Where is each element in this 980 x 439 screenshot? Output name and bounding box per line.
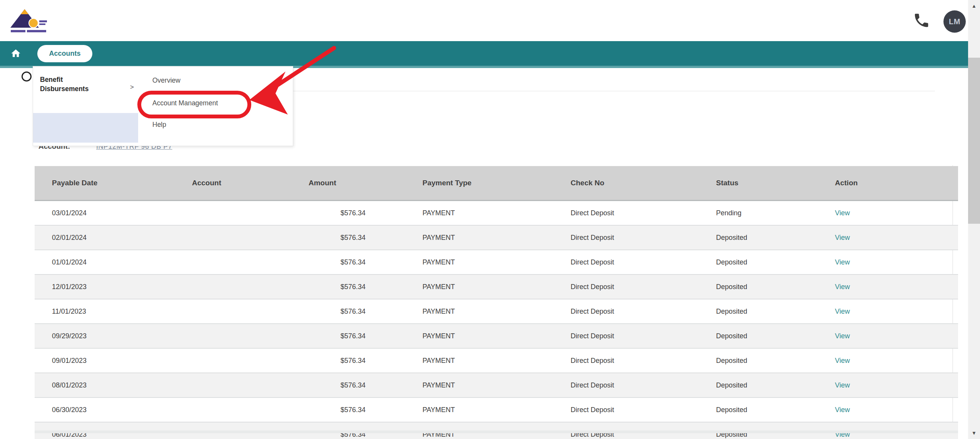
check-no-cell: Direct Deposit <box>564 348 710 373</box>
amount-cell: $576.34 <box>300 299 416 324</box>
status-cell: Deposited <box>710 299 827 324</box>
amount-cell: $576.34 <box>300 373 416 397</box>
card-divider-line <box>292 91 935 91</box>
status-cell: Deposited <box>710 324 827 348</box>
check-no-cell: Direct Deposit <box>564 225 710 250</box>
scrollbar-up-icon[interactable]: ▲ <box>968 3 980 9</box>
amount-cell: $576.34 <box>300 397 416 422</box>
payable-date-cell: 08/01/2023 <box>35 373 185 397</box>
menu-item-benefit-disbursements[interactable]: Benefit Disbursements <box>40 75 88 93</box>
payable-date-cell: 12/01/2023 <box>35 274 185 299</box>
check-no-cell: Direct Deposit <box>564 274 710 299</box>
background-circle-glyph <box>22 72 32 81</box>
chevron-right-icon: > <box>130 83 134 91</box>
col-header-check-no: Check No <box>564 166 710 201</box>
check-no-cell: Direct Deposit <box>564 201 710 226</box>
view-link[interactable]: View <box>835 357 850 364</box>
account-cell <box>185 373 300 397</box>
account-cell <box>185 274 300 299</box>
phone-icon[interactable] <box>913 12 930 29</box>
table-header: Payable Date Account Amount Payment Type… <box>35 166 958 201</box>
menu-item-help[interactable]: Help <box>152 121 166 129</box>
amount-cell: $576.34 <box>300 201 416 226</box>
payments-table: Payable Date Account Amount Payment Type… <box>35 166 958 439</box>
account-cell <box>185 201 300 226</box>
payment-type-cell: PAYMENT <box>416 348 564 373</box>
view-link[interactable]: View <box>835 258 850 266</box>
payable-date-cell: 09/01/2023 <box>35 348 185 373</box>
payable-date-cell: 06/30/2023 <box>35 397 185 422</box>
nav-item-accounts[interactable]: Accounts <box>37 45 92 62</box>
check-no-cell: Direct Deposit <box>564 373 710 397</box>
view-link[interactable]: View <box>835 332 850 340</box>
check-no-cell: Direct Deposit <box>564 250 710 274</box>
table-row: 09/29/2023 $576.34 PAYMENT Direct Deposi… <box>35 324 958 348</box>
top-bar: LM <box>0 0 980 41</box>
col-header-account: Account <box>185 166 300 201</box>
account-cell <box>185 250 300 274</box>
view-link[interactable]: View <box>835 234 850 241</box>
payment-type-cell: PAYMENT <box>416 299 564 324</box>
payable-date-cell: 01/01/2024 <box>35 250 185 274</box>
payment-type-cell: PAYMENT <box>416 397 564 422</box>
home-icon[interactable] <box>10 48 22 59</box>
col-header-action: Action <box>827 166 958 201</box>
col-header-payable-date: Payable Date <box>35 166 185 201</box>
table-body: 03/01/2024 $576.34 PAYMENT Direct Deposi… <box>35 201 958 439</box>
col-header-amount: Amount <box>300 166 416 201</box>
status-cell: Deposited <box>710 348 827 373</box>
check-no-cell: Direct Deposit <box>564 299 710 324</box>
payment-type-cell: PAYMENT <box>416 201 564 226</box>
accounts-dropdown-menu: Benefit Disbursements > Overview Account… <box>33 66 293 146</box>
account-cell <box>185 397 300 422</box>
menu-highlight-block <box>33 113 138 143</box>
status-cell: Pending <box>710 201 827 226</box>
table-row: 12/01/2023 $576.34 PAYMENT Direct Deposi… <box>35 274 958 299</box>
payment-type-cell: PAYMENT <box>416 225 564 250</box>
view-link[interactable]: View <box>835 209 850 217</box>
payable-date-cell: 03/01/2024 <box>35 201 185 226</box>
view-link[interactable]: View <box>835 308 850 315</box>
nav-bar: Accounts <box>0 41 980 68</box>
payable-date-cell: 11/01/2023 <box>35 299 185 324</box>
col-header-status: Status <box>710 166 827 201</box>
check-no-cell: Direct Deposit <box>564 397 710 422</box>
scrollbar-thumb[interactable] <box>968 58 980 224</box>
table-row: 09/01/2023 $576.34 PAYMENT Direct Deposi… <box>35 348 958 373</box>
view-link[interactable]: View <box>835 406 850 414</box>
amount-cell: $576.34 <box>300 225 416 250</box>
amount-cell: $576.34 <box>300 274 416 299</box>
status-cell: Deposited <box>710 274 827 299</box>
scrollbar-down-icon[interactable]: ▼ <box>968 430 980 436</box>
amount-cell: $576.34 <box>300 348 416 373</box>
status-cell: Deposited <box>710 373 827 397</box>
page: { "header": { "avatar_initials": "LM" },… <box>0 0 980 439</box>
vertical-scrollbar[interactable]: ▲ ▼ <box>968 0 980 439</box>
account-cell <box>185 299 300 324</box>
table-row: 11/01/2023 $576.34 PAYMENT Direct Deposi… <box>35 299 958 324</box>
payment-type-cell: PAYMENT <box>416 324 564 348</box>
payable-date-cell: 02/01/2024 <box>35 225 185 250</box>
check-no-cell: Direct Deposit <box>564 324 710 348</box>
next-row-edge <box>35 431 958 433</box>
table-row: 03/01/2024 $576.34 PAYMENT Direct Deposi… <box>35 201 958 226</box>
payable-date-cell: 09/29/2023 <box>35 324 185 348</box>
payment-type-cell: PAYMENT <box>416 250 564 274</box>
account-cell <box>185 324 300 348</box>
amount-cell: $576.34 <box>300 324 416 348</box>
menu-item-label-line1: Benefit <box>40 75 88 84</box>
status-cell: Deposited <box>710 250 827 274</box>
table-row: 08/01/2023 $576.34 PAYMENT Direct Deposi… <box>35 373 958 397</box>
avatar[interactable]: LM <box>943 10 966 33</box>
payment-type-cell: PAYMENT <box>416 373 564 397</box>
payment-type-cell: PAYMENT <box>416 274 564 299</box>
menu-item-account-management[interactable]: Account Management <box>152 99 218 107</box>
menu-item-label-line2: Disbursements <box>40 84 88 93</box>
menu-item-overview[interactable]: Overview <box>152 76 180 85</box>
status-cell: Deposited <box>710 397 827 422</box>
view-link[interactable]: View <box>835 283 850 291</box>
account-cell <box>185 348 300 373</box>
view-link[interactable]: View <box>835 381 850 389</box>
account-cell <box>185 225 300 250</box>
table-row: 01/01/2024 $576.34 PAYMENT Direct Deposi… <box>35 250 958 274</box>
